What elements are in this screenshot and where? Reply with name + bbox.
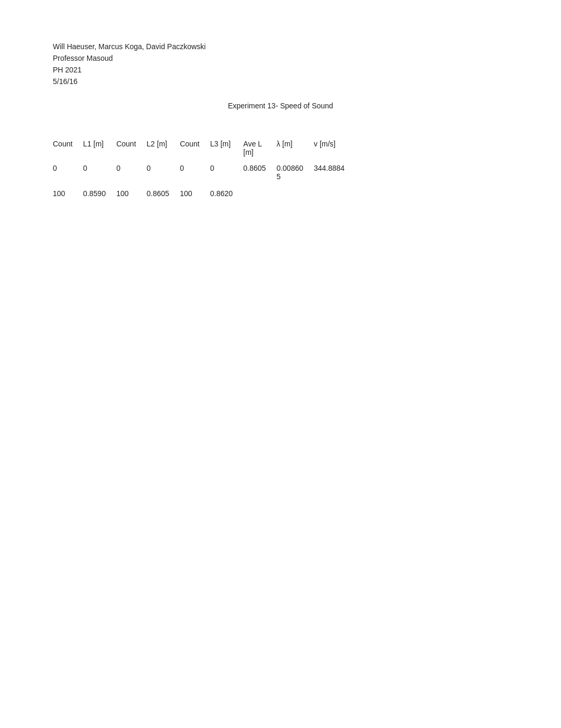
table-row: 1000.85901000.86051000.8620 <box>53 185 355 202</box>
table-cell-1-0: 100 <box>53 185 83 202</box>
col-header-3: L2 [m] <box>147 136 180 160</box>
col-header-6: Ave L[m] <box>244 136 277 160</box>
col-header-5: L3 [m] <box>210 136 244 160</box>
table-cell-0-8: 344.8884 <box>314 160 355 185</box>
col-header-4: Count <box>180 136 210 160</box>
header-section: Will Haeuser, Marcus Koga, David Paczkow… <box>53 42 508 86</box>
col-header-2: Count <box>116 136 146 160</box>
col-header-8: v [m/s] <box>314 136 355 160</box>
table-cell-0-6: 0.8605 <box>244 160 277 185</box>
table-cell-1-6 <box>244 185 277 202</box>
table-cell-0-0: 0 <box>53 160 83 185</box>
table-cell-1-7 <box>276 185 314 202</box>
experiment-title: Experiment 13- Speed of Sound <box>53 102 508 110</box>
table-cell-1-2: 100 <box>116 185 146 202</box>
table-cell-0-2: 0 <box>116 160 146 185</box>
table-header-row: CountL1 [m]CountL2 [m]CountL3 [m]Ave L[m… <box>53 136 355 160</box>
col-header-1: L1 [m] <box>83 136 116 160</box>
table-row: 0000000.86050.008605344.8884 <box>53 160 355 185</box>
col-header-7: λ [m] <box>276 136 314 160</box>
date: 5/16/16 <box>53 77 508 86</box>
table-cell-1-5: 0.8620 <box>210 185 244 202</box>
table-cell-0-7: 0.008605 <box>276 160 314 185</box>
table-cell-1-4: 100 <box>180 185 210 202</box>
table-cell-0-1: 0 <box>83 160 116 185</box>
table-cell-1-1: 0.8590 <box>83 185 116 202</box>
authors: Will Haeuser, Marcus Koga, David Paczkow… <box>53 42 508 51</box>
course: PH 2021 <box>53 66 508 74</box>
professor: Professor Masoud <box>53 54 508 62</box>
data-table: CountL1 [m]CountL2 [m]CountL3 [m]Ave L[m… <box>53 136 355 202</box>
table-cell-1-3: 0.8605 <box>147 185 180 202</box>
table-cell-1-8 <box>314 185 355 202</box>
table-cell-0-4: 0 <box>180 160 210 185</box>
col-header-0: Count <box>53 136 83 160</box>
table-cell-0-5: 0 <box>210 160 244 185</box>
table-cell-0-3: 0 <box>147 160 180 185</box>
